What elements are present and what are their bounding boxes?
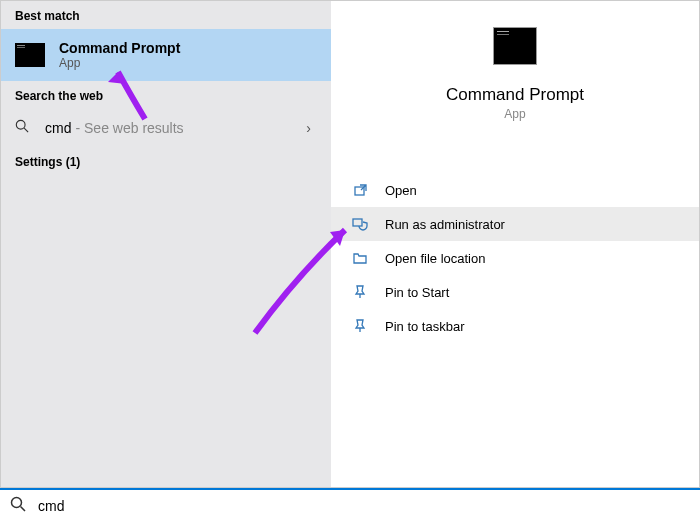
action-pin-taskbar-label: Pin to taskbar	[385, 319, 465, 334]
preview-subtitle: App	[331, 107, 699, 121]
action-open[interactable]: Open	[331, 173, 699, 207]
open-icon	[351, 181, 369, 199]
pin-start-icon	[351, 283, 369, 301]
svg-point-4	[12, 498, 22, 508]
search-icon	[10, 496, 26, 516]
action-open-location[interactable]: Open file location	[331, 241, 699, 275]
action-pin-start-label: Pin to Start	[385, 285, 449, 300]
svg-point-0	[16, 120, 25, 129]
pin-taskbar-icon	[351, 317, 369, 335]
preview-app-icon	[493, 27, 537, 65]
cmd-icon	[15, 43, 45, 67]
svg-rect-3	[353, 219, 362, 226]
web-hint: - See web results	[75, 120, 183, 136]
admin-icon	[351, 215, 369, 233]
results-panel: Best match Command Prompt App Search the…	[1, 1, 331, 487]
web-result-item[interactable]: cmd - See web results ›	[1, 109, 331, 147]
chevron-right-icon: ›	[306, 120, 311, 136]
action-run-admin-label: Run as administrator	[385, 217, 505, 232]
search-web-header: Search the web	[1, 81, 331, 109]
action-open-location-label: Open file location	[385, 251, 485, 266]
svg-line-1	[24, 128, 28, 132]
settings-header: Settings (1)	[1, 147, 331, 175]
action-open-label: Open	[385, 183, 417, 198]
folder-icon	[351, 249, 369, 267]
preview-panel: Command Prompt App Open Run as administr…	[331, 1, 699, 487]
preview-title: Command Prompt	[331, 85, 699, 105]
svg-line-5	[21, 507, 26, 512]
web-query: cmd	[45, 120, 71, 136]
best-match-title: Command Prompt	[59, 40, 180, 56]
search-bar[interactable]	[0, 488, 700, 522]
best-match-item[interactable]: Command Prompt App	[1, 29, 331, 81]
action-run-admin[interactable]: Run as administrator	[331, 207, 699, 241]
action-pin-start[interactable]: Pin to Start	[331, 275, 699, 309]
best-match-subtitle: App	[59, 56, 180, 70]
best-match-header: Best match	[1, 1, 331, 29]
search-input[interactable]	[38, 498, 690, 514]
action-pin-taskbar[interactable]: Pin to taskbar	[331, 309, 699, 343]
search-icon	[15, 119, 31, 137]
